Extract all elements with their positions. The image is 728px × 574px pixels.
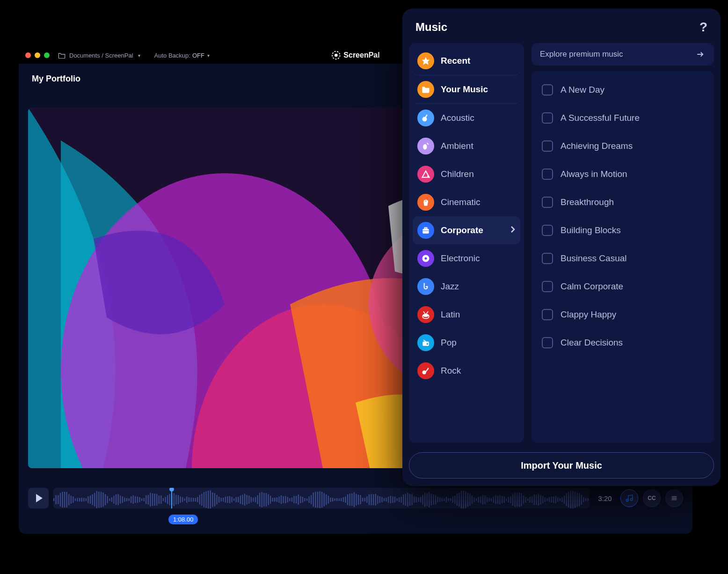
svg-rect-174 [411,494,412,505]
hamburger-icon [670,494,678,502]
svg-rect-158 [377,495,378,504]
track-checkbox[interactable] [542,197,553,208]
svg-rect-93 [238,497,239,502]
category-item-electronic[interactable]: Electronic [413,244,520,272]
svg-rect-14 [68,494,69,505]
svg-rect-78 [205,491,206,508]
svg-rect-104 [262,492,262,507]
svg-point-265 [423,144,427,150]
svg-rect-101 [255,497,256,502]
track-row[interactable]: Business Casual [538,244,711,272]
svg-rect-109 [272,498,273,501]
category-item-latin[interactable]: Latin [413,301,520,329]
track-row[interactable]: Always in Motion [538,160,711,188]
track-checkbox[interactable] [542,253,553,264]
track-row[interactable]: A Successful Future [538,104,711,132]
svg-rect-202 [472,495,473,503]
category-item-pop[interactable]: Pop [413,329,520,357]
track-row[interactable]: Clappy Happy [538,301,711,329]
track-checkbox[interactable] [542,112,553,124]
svg-rect-32 [107,496,108,503]
track-title: Achieving Dreams [561,141,633,151]
category-list: RecentYour MusicAcousticAmbientChildrenC… [409,43,524,443]
svg-point-269 [424,200,425,201]
violin-icon [417,138,434,155]
svg-rect-162 [386,498,386,501]
waveform-track[interactable] [53,488,590,508]
category-item-jazz[interactable]: Jazz [413,272,520,301]
auto-backup-toggle[interactable]: Auto Backup: OFF ▾ [154,52,210,59]
svg-rect-10 [60,493,61,507]
music-panel-body: RecentYour MusicAcousticAmbientChildrenC… [402,43,721,449]
track-checkbox[interactable] [542,140,553,152]
svg-rect-37 [118,494,119,505]
playhead[interactable] [171,488,172,508]
track-row[interactable]: A New Day [538,76,711,104]
menu-button[interactable] [665,489,683,507]
svg-rect-188 [442,498,443,501]
svg-rect-236 [545,497,546,502]
svg-rect-171 [405,494,406,506]
svg-rect-179 [422,495,423,505]
svg-rect-36 [116,494,116,505]
svg-rect-65 [178,495,179,504]
music-toggle-button[interactable] [620,489,638,507]
svg-rect-229 [530,497,531,502]
maximize-window-button[interactable] [44,52,50,58]
category-item-corporate[interactable]: Corporate [413,216,520,244]
category-item-cinematic[interactable]: Cinematic [413,188,520,216]
screenpal-icon [331,51,341,60]
svg-rect-197 [461,491,462,508]
svg-rect-111 [277,497,277,502]
category-item-your-music[interactable]: Your Music [413,75,520,104]
play-button[interactable] [28,488,49,508]
track-checkbox[interactable] [542,281,553,292]
category-item-acoustic[interactable]: Acoustic [413,104,520,132]
category-item-rock[interactable]: Rock [413,357,520,385]
category-item-recent[interactable]: Recent [413,47,520,75]
svg-rect-214 [497,496,498,504]
svg-rect-250 [575,492,575,508]
svg-rect-193 [452,496,453,503]
svg-rect-142 [343,497,344,502]
svg-rect-181 [427,493,428,506]
svg-rect-81 [212,493,213,507]
svg-point-283 [422,370,426,374]
help-button[interactable]: ? [699,20,707,35]
track-checkbox[interactable] [542,84,553,96]
music-note-icon [625,494,633,502]
svg-rect-56 [159,495,160,504]
svg-rect-77 [204,492,204,508]
breadcrumb[interactable]: Documents / ScreenPal ▾ [58,52,140,59]
svg-rect-151 [362,498,363,501]
arrow-right-icon [695,50,706,59]
triangle-icon [417,166,434,183]
svg-rect-69 [186,497,187,503]
svg-rect-100 [253,498,254,502]
track-checkbox[interactable] [542,309,553,320]
svg-rect-33 [109,499,110,501]
svg-rect-187 [439,497,440,502]
import-music-button[interactable]: Import Your Music [409,452,714,478]
category-item-children[interactable]: Children [413,160,520,188]
track-row[interactable]: Clear Decisions [538,329,711,357]
track-checkbox[interactable] [542,337,553,348]
track-row[interactable]: Achieving Dreams [538,132,711,160]
track-checkbox[interactable] [542,169,553,180]
track-row[interactable]: Calm Corporate [538,272,711,301]
window-controls [25,52,50,58]
svg-rect-43 [131,496,131,503]
category-item-ambient[interactable]: Ambient [413,132,520,160]
explore-premium-button[interactable]: Explore premium music [531,43,714,66]
svg-rect-219 [508,497,509,502]
close-window-button[interactable] [25,52,31,58]
track-row[interactable]: Building Blocks [538,216,711,244]
svg-rect-103 [259,493,260,507]
svg-rect-152 [364,498,365,501]
svg-rect-164 [390,496,391,503]
track-checkbox[interactable] [542,225,553,236]
tracks-list[interactable]: A New DayA Successful FutureAchieving Dr… [531,71,714,443]
track-row[interactable]: Breakthrough [538,188,711,216]
captions-button[interactable]: CC [643,489,661,507]
minimize-window-button[interactable] [35,52,40,58]
